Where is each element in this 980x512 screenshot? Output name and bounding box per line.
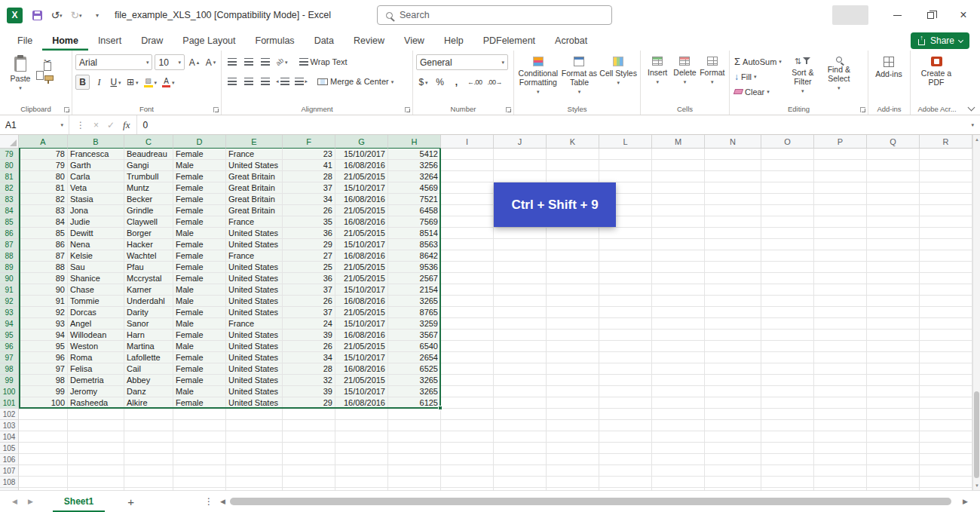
cell-E89[interactable]: United States [226,262,283,273]
cell-B104[interactable] [68,431,124,443]
cell-B89[interactable]: Sau [68,262,124,273]
cell-O90[interactable] [761,273,814,284]
cell-B93[interactable]: Dorcas [68,307,124,318]
share-button[interactable]: Share [911,32,969,49]
cell-E107[interactable] [226,465,283,477]
cell-R91[interactable] [920,284,972,296]
cell-G107[interactable] [335,465,388,477]
paste-button[interactable]: Paste ▾ [3,54,38,90]
row-header-94[interactable]: 94 [0,318,19,330]
cell-G82[interactable]: 15/10/2017 [335,182,388,194]
cell-A79[interactable]: 78 [19,149,68,160]
cell-N99[interactable] [705,375,761,386]
clipboard-dialog-launcher[interactable] [64,107,69,112]
cell-Q86[interactable] [867,228,920,239]
cell-H101[interactable]: 6125 [388,397,441,409]
cell-C98[interactable]: Cail [124,363,173,375]
cell-E82[interactable]: Great Britain [226,182,283,194]
cell-R79[interactable] [920,149,972,160]
cell-K86[interactable] [547,228,599,239]
cell-O94[interactable] [761,318,814,330]
cell-D91[interactable]: Male [173,284,226,296]
cell-I95[interactable] [441,330,494,341]
cell-H102[interactable] [388,409,441,420]
row-header-88[interactable]: 88 [0,250,19,262]
redo-button[interactable]: ↻▾ [68,6,84,24]
cell-B100[interactable]: Jeromy [68,386,124,397]
cell-Q104[interactable] [867,431,920,443]
cell-O89[interactable] [761,262,814,273]
cell-R84[interactable] [920,205,972,216]
cell-G90[interactable]: 21/05/2015 [335,273,388,284]
orientation-button[interactable]: ab▾ [274,54,289,69]
minimize-button[interactable] [880,0,914,30]
cell-P88[interactable] [814,250,867,262]
borders-button[interactable]: ⊞▾ [125,75,140,90]
cell-O95[interactable] [761,330,814,341]
cell-H90[interactable]: 2567 [388,273,441,284]
cell-F85[interactable]: 35 [283,216,335,228]
cell-C87[interactable]: Hacker [124,239,173,250]
cell-D85[interactable]: Female [173,216,226,228]
cell-R100[interactable] [920,386,972,397]
cell-P91[interactable] [814,284,867,296]
cell-O98[interactable] [761,363,814,375]
sheet-tab-sheet1[interactable]: Sheet1 [53,491,105,512]
number-format-combo[interactable]: General▾ [416,54,508,70]
previous-sheet-button[interactable]: ◀ [12,498,17,505]
cell-B97[interactable]: Roma [68,352,124,363]
tab-home[interactable]: Home [42,30,88,51]
cell-J87[interactable] [494,239,547,250]
cell-G87[interactable]: 15/10/2017 [335,239,388,250]
cell-L95[interactable] [599,330,652,341]
cell-C105[interactable] [124,443,173,454]
cell-I87[interactable] [441,239,494,250]
scroll-down-icon[interactable]: ▼ [973,483,980,488]
cell-R108[interactable] [920,477,972,488]
cell-E88[interactable]: France [226,250,283,262]
cell-B102[interactable] [68,409,124,420]
cell-Q102[interactable] [867,409,920,420]
cell-E106[interactable] [226,454,283,465]
cell-G100[interactable]: 15/10/2017 [335,386,388,397]
cell-C81[interactable]: Trumbull [124,171,173,182]
cell-M96[interactable] [652,341,705,352]
cell-D93[interactable]: Female [173,307,226,318]
cell-K87[interactable] [547,239,599,250]
cell-R90[interactable] [920,273,972,284]
vertical-scrollbar[interactable]: ▲ ▼ [972,135,980,490]
cell-B80[interactable]: Garth [68,160,124,171]
cell-P81[interactable] [814,171,867,182]
percent-style-button[interactable]: % [433,75,447,90]
cell-K89[interactable] [547,262,599,273]
cell-O82[interactable] [761,182,814,194]
cell-J106[interactable] [494,454,547,465]
accounting-format-button[interactable]: $▾ [416,75,430,90]
cell-F104[interactable] [283,431,335,443]
cell-O103[interactable] [761,420,814,431]
row-header-100[interactable]: 100 [0,386,19,397]
decrease-decimal-button[interactable]: .00→ [486,75,504,90]
cell-A101[interactable]: 100 [19,397,68,409]
cell-P108[interactable] [814,477,867,488]
cell-K107[interactable] [547,465,599,477]
cancel-entry-button[interactable]: × [93,120,99,130]
cell-I86[interactable] [441,228,494,239]
cell-M92[interactable] [652,296,705,307]
cell-K99[interactable] [547,375,599,386]
cell-M100[interactable] [652,386,705,397]
cell-A95[interactable]: 94 [19,330,68,341]
cell-R101[interactable] [920,397,972,409]
cell-J100[interactable] [494,386,547,397]
cell-N91[interactable] [705,284,761,296]
cell-G92[interactable]: 16/08/2016 [335,296,388,307]
cell-Q81[interactable] [867,171,920,182]
cell-C103[interactable] [124,420,173,431]
cell-C97[interactable]: Lafollette [124,352,173,363]
cell-P87[interactable] [814,239,867,250]
column-header-D[interactable]: D [173,135,226,149]
cell-Q101[interactable] [867,397,920,409]
cell-A108[interactable] [19,477,68,488]
cell-G101[interactable]: 16/08/2016 [335,397,388,409]
cell-M97[interactable] [652,352,705,363]
